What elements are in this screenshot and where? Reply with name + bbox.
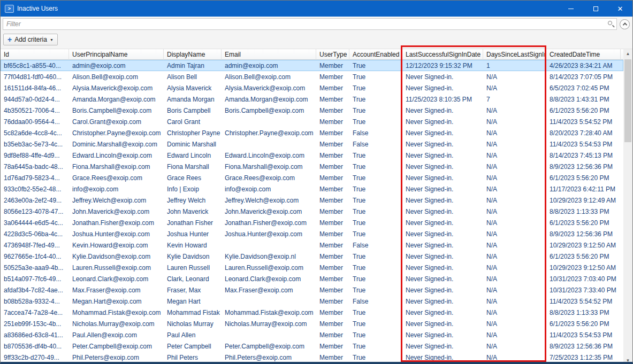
- cell-displayName: Amanda Morgan: [164, 94, 222, 105]
- cell-createdDateTime: 6/1/2023 5:56:20 PM: [546, 251, 621, 262]
- cell-createdDateTime: 10/29/2023 9:12:50 AM: [546, 239, 621, 251]
- cell-email: Edward.Lincoln@exoip.com: [222, 150, 316, 161]
- column-header-lastSuccessfulSignInDate[interactable]: LastSuccessfulSignInDate: [402, 49, 483, 60]
- cell-userPrincipalName: Paul.Allen@exoip.com: [69, 329, 164, 340]
- cell-email: info@exoip.com: [222, 183, 316, 195]
- cell-createdDateTime: 11/4/2023 5:54:52 PM: [546, 116, 621, 127]
- column-header-userType[interactable]: UserType: [316, 49, 349, 60]
- cell-displayName: Admin Tajran: [164, 60, 222, 71]
- column-header-displayName[interactable]: DisplayName: [164, 49, 222, 60]
- cell-accountEnabled: False: [349, 127, 402, 138]
- table-row[interactable]: 77f04d81-fdf0-460...Alison.Bell@exoip.co…: [1, 71, 623, 82]
- add-criteria-label: Add criteria: [14, 36, 47, 43]
- table-row[interactable]: b35eb3ac-5e73-4c...Dominic.Marshall@exoi…: [1, 138, 623, 150]
- cell-email: [222, 239, 316, 251]
- cell-accountEnabled: True: [349, 161, 402, 172]
- scrollbar-thumb[interactable]: [624, 59, 631, 142]
- table-row[interactable]: 7accea74-7a28-4e...Mohammad.Fistak@exoip…: [1, 307, 623, 318]
- column-header-userPrincipalName[interactable]: UserPrincipalName: [69, 49, 164, 60]
- cell-createdDateTime: 10/31/2023 7:33:40 PM: [546, 284, 621, 296]
- chevron-up-icon: [622, 22, 627, 27]
- cell-id: 5c82a6de-4cc8-4c...: [1, 127, 69, 138]
- vertical-scrollbar[interactable]: ▲ ▼: [623, 49, 632, 364]
- table-row[interactable]: 161511d4-84fa-46...Alysia.Maverick@exoip…: [1, 82, 623, 94]
- table-row[interactable]: 9df8ef88-4ffe-4d9...Edward.Lincoln@exoip…: [1, 150, 623, 161]
- cell-id: 9ff33c2b-d270-49...: [1, 352, 69, 363]
- table-row[interactable]: 8056e123-4078-47...John.Maverick@exoip.c…: [1, 206, 623, 217]
- cell-id: b08b528a-9332-4...: [1, 296, 69, 307]
- scroll-down-button[interactable]: ▼: [623, 356, 632, 364]
- cell-userType: Member: [316, 172, 349, 183]
- cell-email: Phil.Peters@exoip.com: [222, 352, 316, 363]
- collapse-filter-button[interactable]: [620, 19, 630, 29]
- close-button[interactable]: ✕: [608, 1, 632, 17]
- cell-createdDateTime: 11/4/2023 5:54:53 PM: [546, 329, 621, 340]
- cell-userType: Member: [316, 251, 349, 262]
- cell-daysSinceLastSignIn: N/A: [483, 82, 546, 94]
- table-row[interactable]: b08b528a-9332-4...Megan.Hart@exoip.comMe…: [1, 296, 623, 307]
- cell-createdDateTime: 10/29/2023 9:12:50 AM: [546, 262, 621, 273]
- table-row[interactable]: 4736948f-7fed-49...Kevin.Howard@exoip.co…: [1, 239, 623, 251]
- table-row[interactable]: 4b350521-7006-4...Boris.Campbell@exoip.c…: [1, 105, 623, 116]
- table-row[interactable]: afdaf3b4-7c82-4ae...Max.Fraser@exoip.com…: [1, 284, 623, 296]
- cell-createdDateTime: 11/17/2023 6:42:11 PM: [546, 183, 621, 195]
- table-row[interactable]: 9627665e-1fc4-40...Kylie.Davidson@exoip.…: [1, 251, 623, 262]
- cell-displayName: Info | Exoip: [164, 183, 222, 195]
- table-row[interactable]: 9ff33c2b-d270-49...Phil.Peters@exoip.com…: [1, 352, 623, 363]
- cell-lastSuccessfulSignInDate: Never Signed-in.: [402, 127, 483, 138]
- cell-accountEnabled: True: [349, 116, 402, 127]
- table-row[interactable]: a83686ed-63c8-41...Paul.Allen@exoip.comP…: [1, 329, 623, 340]
- cell-daysSinceLastSignIn: N/A: [483, 127, 546, 138]
- column-header-id[interactable]: Id: [1, 49, 69, 60]
- cell-displayName: Mohammad Fistak: [164, 307, 222, 318]
- column-header-daysSinceLastSignIn[interactable]: DaysSinceLastSignIn: [483, 49, 546, 60]
- table-row[interactable]: 933c0fb2-55e2-48...info@exoip.comInfo | …: [1, 183, 623, 195]
- table-row[interactable]: 78a6445a-badc-48...Fiona.Marshall@exoip.…: [1, 161, 623, 172]
- cell-lastSuccessfulSignInDate: Never Signed-in.: [402, 239, 483, 251]
- filter-panel: + Add criteria ▼: [1, 17, 632, 49]
- table-row[interactable]: 5c82a6de-4cc8-4c...Christopher.Payne@exo…: [1, 127, 623, 138]
- maximize-button[interactable]: [583, 1, 608, 17]
- filter-input[interactable]: [3, 18, 617, 30]
- cell-displayName: Clark, Leonard: [164, 273, 222, 284]
- cell-lastSuccessfulSignInDate: Never Signed-in.: [402, 183, 483, 195]
- table-row[interactable]: 76ddaa00-9564-4...Carol.Grant@exoip.comC…: [1, 116, 623, 127]
- table-row[interactable]: 944d57a0-0d24-4...Amanda.Morgan@exoip.co…: [1, 94, 623, 105]
- table-row[interactable]: b8705536-df4b-40...Peter.Campbell@exoip.…: [1, 340, 623, 352]
- cell-userPrincipalName: Peter.Campbell@exoip.com: [69, 340, 164, 352]
- table-row[interactable]: b514a097-7fc6-49...Leonard.Clark@exoip.c…: [1, 273, 623, 284]
- cell-userType: Member: [316, 340, 349, 352]
- column-header-accountEnabled[interactable]: AccountEnabled: [349, 49, 402, 60]
- cell-userType: Member: [316, 183, 349, 195]
- cell-email: Mohammad.Fistak@exoip.com: [222, 307, 316, 318]
- minimize-button[interactable]: [559, 1, 583, 17]
- table-row[interactable]: 1d76ad79-5823-4...Grace.Rees@exoip.comGr…: [1, 172, 623, 183]
- cell-userType: Member: [316, 116, 349, 127]
- table-row[interactable]: 251eb99f-153c-4b...Nicholas.Murray@exoip…: [1, 318, 623, 329]
- cell-displayName: Fiona Marshall: [164, 161, 222, 172]
- chevron-down-icon: ▼: [50, 38, 54, 42]
- cell-displayName: Grace Rees: [164, 172, 222, 183]
- cell-lastSuccessfulSignInDate: Never Signed-in.: [402, 329, 483, 340]
- cell-userPrincipalName: Phil.Peters@exoip.com: [69, 352, 164, 363]
- cell-displayName: Jeffrey Welch: [164, 195, 222, 206]
- table-row[interactable]: 2463e00a-2ef2-49...Jeffrey.Welch@exoip.c…: [1, 195, 623, 206]
- cell-id: 2463e00a-2ef2-49...: [1, 195, 69, 206]
- table-row[interactable]: 50525a3e-aaa9-4b...Lauren.Russell@exoip.…: [1, 262, 623, 273]
- cell-createdDateTime: 8/14/2023 7:07:05 PM: [546, 71, 621, 82]
- cell-displayName: Christopher Payne: [164, 127, 222, 138]
- add-criteria-button[interactable]: + Add criteria ▼: [3, 34, 58, 45]
- cell-daysSinceLastSignIn: 1: [483, 60, 546, 71]
- scroll-up-button[interactable]: ▲: [623, 49, 632, 58]
- table-row[interactable]: 3a064444-e6d5-4c...Jonathan.Fisher@exoip…: [1, 217, 623, 228]
- cell-daysSinceLastSignIn: N/A: [483, 206, 546, 217]
- cell-userType: Member: [316, 150, 349, 161]
- cell-email: Lauren.Russell@exoip.com: [222, 262, 316, 273]
- cell-email: [222, 138, 316, 150]
- cell-daysSinceLastSignIn: N/A: [483, 71, 546, 82]
- table-row[interactable]: 4228d3c5-06ba-4c...Joshua.Hunter@exoip.c…: [1, 228, 623, 239]
- column-header-createdDateTime[interactable]: CreatedDateTime: [546, 49, 621, 60]
- users-grid: IdUserPrincipalNameDisplayNameEmailUserT…: [1, 49, 632, 364]
- table-row[interactable]: bf65c8c1-a855-40...admin@exoip.comAdmin …: [1, 60, 623, 71]
- column-header-email[interactable]: Email: [222, 49, 316, 60]
